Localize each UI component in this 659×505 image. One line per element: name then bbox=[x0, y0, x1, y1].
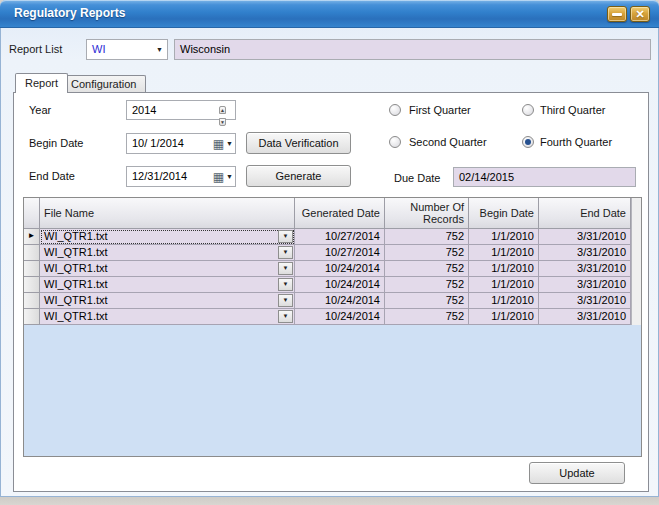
radio-dot bbox=[525, 139, 531, 145]
grid-corner-cell bbox=[24, 198, 40, 229]
chevron-down-icon[interactable]: ▼ bbox=[226, 173, 233, 181]
chevron-down-icon[interactable]: ▼ bbox=[226, 140, 233, 148]
cell-begin-date[interactable]: 1/1/2010 bbox=[469, 261, 539, 277]
radio-second-quarter[interactable] bbox=[389, 136, 401, 148]
table-row[interactable]: ► WI_QTR1.txt▼ 10/27/2014 752 1/1/2010 3… bbox=[24, 229, 641, 245]
table-row[interactable]: WI_QTR1.txt▼ 10/27/2014 752 1/1/2010 3/3… bbox=[24, 245, 641, 261]
column-header-end-date[interactable]: End Date bbox=[539, 198, 631, 229]
due-date-label: Due Date bbox=[394, 172, 440, 184]
cell-file-name[interactable]: WI_QTR1.txt▼ bbox=[40, 293, 295, 309]
report-list-label: Report List bbox=[9, 43, 62, 55]
cell-end-date[interactable]: 3/31/2010 bbox=[539, 309, 631, 325]
year-label: Year bbox=[29, 104, 51, 116]
cell-end-date[interactable]: 3/31/2010 bbox=[539, 261, 631, 277]
reports-data-grid[interactable]: File Name Generated Date Number Of Recor… bbox=[23, 197, 642, 457]
title-bar[interactable]: Regulatory Reports ✕ bbox=[0, 0, 659, 28]
chevron-down-icon[interactable]: ▼ bbox=[278, 246, 293, 259]
row-pointer-icon: ► bbox=[28, 231, 36, 240]
radio-fourth-quarter[interactable] bbox=[522, 136, 534, 148]
cell-generated-date[interactable]: 10/24/2014 bbox=[295, 277, 385, 293]
row-selector[interactable]: ► bbox=[24, 229, 40, 245]
column-header-begin-date[interactable]: Begin Date bbox=[469, 198, 539, 229]
report-list-value: WI bbox=[92, 43, 105, 55]
cell-number-of-records[interactable]: 752 bbox=[385, 309, 469, 325]
cell-begin-date[interactable]: 1/1/2010 bbox=[469, 293, 539, 309]
cell-end-date[interactable]: 3/31/2010 bbox=[539, 245, 631, 261]
cell-file-name[interactable]: WI_QTR1.txt▼ bbox=[40, 229, 295, 245]
radio-third-quarter-label: Third Quarter bbox=[540, 104, 605, 116]
cell-generated-date[interactable]: 10/24/2014 bbox=[295, 261, 385, 277]
begin-date-picker[interactable]: 10/ 1/2014 ▦ ▼ bbox=[126, 133, 236, 154]
year-spinner[interactable]: 2014 ▲ ▼ bbox=[126, 100, 236, 120]
minimize-icon bbox=[612, 13, 622, 16]
cell-end-date[interactable]: 3/31/2010 bbox=[539, 277, 631, 293]
end-date-picker[interactable]: 12/31/2014 ▦ ▼ bbox=[126, 166, 236, 187]
chevron-down-icon[interactable]: ▼ bbox=[278, 278, 293, 291]
radio-third-quarter[interactable] bbox=[522, 104, 534, 116]
cell-file-name[interactable]: WI_QTR1.txt▼ bbox=[40, 309, 295, 325]
chevron-down-icon[interactable]: ▼ bbox=[278, 294, 293, 307]
table-row[interactable]: WI_QTR1.txt▼ 10/24/2014 752 1/1/2010 3/3… bbox=[24, 261, 641, 277]
cell-file-name[interactable]: WI_QTR1.txt▼ bbox=[40, 261, 295, 277]
table-row[interactable]: WI_QTR1.txt▼ 10/24/2014 752 1/1/2010 3/3… bbox=[24, 277, 641, 293]
cell-number-of-records[interactable]: 752 bbox=[385, 261, 469, 277]
cell-file-name[interactable]: WI_QTR1.txt▼ bbox=[40, 277, 295, 293]
file-name-text: WI_QTR1.txt bbox=[44, 246, 108, 258]
cell-end-date[interactable]: 3/31/2010 bbox=[539, 293, 631, 309]
table-row[interactable]: WI_QTR1.txt▼ 10/24/2014 752 1/1/2010 3/3… bbox=[24, 293, 641, 309]
cell-begin-date[interactable]: 1/1/2010 bbox=[469, 309, 539, 325]
close-button[interactable]: ✕ bbox=[630, 6, 650, 22]
cell-number-of-records[interactable]: 752 bbox=[385, 277, 469, 293]
tab-report[interactable]: Report bbox=[15, 73, 68, 93]
year-value: 2014 bbox=[132, 104, 156, 116]
row-selector[interactable] bbox=[24, 309, 40, 325]
cell-number-of-records[interactable]: 752 bbox=[385, 229, 469, 245]
row-selector[interactable] bbox=[24, 293, 40, 309]
report-description-field[interactable]: Wisconsin bbox=[174, 39, 651, 60]
regulatory-reports-window: Regulatory Reports ✕ Report List WI ▼ Wi… bbox=[0, 0, 659, 497]
data-verification-button[interactable]: Data Verification bbox=[246, 132, 351, 154]
end-date-dropdown: ▦ ▼ bbox=[207, 169, 233, 184]
radio-second-quarter-label: Second Quarter bbox=[409, 136, 487, 148]
tab-configuration[interactable]: Configuration bbox=[61, 75, 146, 92]
cell-generated-date[interactable]: 10/24/2014 bbox=[295, 293, 385, 309]
cell-begin-date[interactable]: 1/1/2010 bbox=[469, 245, 539, 261]
column-header-number-of-records[interactable]: Number Of Records bbox=[385, 198, 469, 229]
tab-control: Report Configuration Year 2014 ▲ ▼ Begin… bbox=[13, 73, 649, 492]
row-selector[interactable] bbox=[24, 245, 40, 261]
chevron-down-icon[interactable]: ▼ bbox=[278, 310, 293, 323]
cell-generated-date[interactable]: 10/27/2014 bbox=[295, 245, 385, 261]
cell-number-of-records[interactable]: 752 bbox=[385, 245, 469, 261]
calendar-icon: ▦ bbox=[213, 171, 224, 183]
cell-begin-date[interactable]: 1/1/2010 bbox=[469, 277, 539, 293]
report-list-combobox[interactable]: WI ▼ bbox=[86, 39, 168, 60]
cell-begin-date[interactable]: 1/1/2010 bbox=[469, 229, 539, 245]
window-title: Regulatory Reports bbox=[14, 6, 125, 20]
end-date-value: 12/31/2014 bbox=[132, 170, 187, 182]
window-bottom-edge bbox=[0, 497, 659, 505]
chevron-down-icon[interactable]: ▼ bbox=[278, 230, 293, 243]
update-button[interactable]: Update bbox=[529, 462, 625, 484]
row-selector[interactable] bbox=[24, 277, 40, 293]
begin-date-dropdown: ▦ ▼ bbox=[207, 136, 233, 151]
cell-end-date[interactable]: 3/31/2010 bbox=[539, 229, 631, 245]
cell-file-name[interactable]: WI_QTR1.txt▼ bbox=[40, 245, 295, 261]
column-header-file-name[interactable]: File Name bbox=[40, 198, 295, 229]
year-spin-buttons: ▲ ▼ bbox=[219, 102, 234, 118]
cell-generated-date[interactable]: 10/24/2014 bbox=[295, 309, 385, 325]
calendar-icon: ▦ bbox=[213, 138, 224, 150]
cell-number-of-records[interactable]: 752 bbox=[385, 293, 469, 309]
column-header-generated-date[interactable]: Generated Date bbox=[295, 198, 385, 229]
file-name-text: WI_QTR1.txt bbox=[44, 262, 108, 274]
row-selector[interactable] bbox=[24, 261, 40, 277]
spinner-up-icon[interactable]: ▲ bbox=[219, 106, 226, 114]
radio-first-quarter[interactable] bbox=[389, 104, 401, 116]
minimize-button[interactable] bbox=[607, 6, 627, 22]
chevron-down-icon[interactable]: ▼ bbox=[278, 262, 293, 275]
grid-scrollbar-strip[interactable] bbox=[631, 198, 641, 325]
due-date-field: 02/14/2015 bbox=[453, 167, 636, 187]
table-row[interactable]: WI_QTR1.txt▼ 10/24/2014 752 1/1/2010 3/3… bbox=[24, 309, 641, 325]
generate-button[interactable]: Generate bbox=[246, 165, 351, 187]
cell-generated-date[interactable]: 10/27/2014 bbox=[295, 229, 385, 245]
spinner-down-icon[interactable]: ▼ bbox=[219, 118, 226, 126]
